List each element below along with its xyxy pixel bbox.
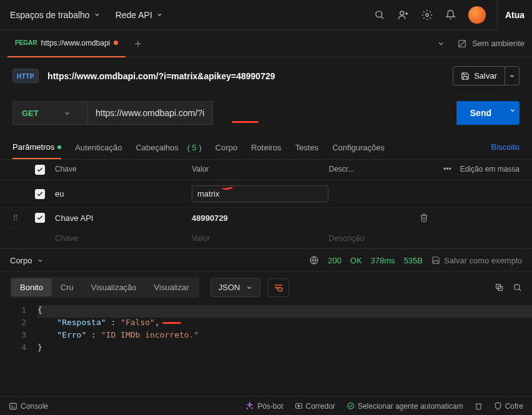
chevron-down-icon [94, 11, 101, 18]
wrap-icon [273, 283, 283, 292]
param-desc-input[interactable] [328, 189, 420, 198]
tab-body[interactable]: Corpo [215, 136, 237, 159]
param-desc-input[interactable] [328, 233, 420, 243]
svg-point-2 [400, 11, 404, 15]
tab-actions-chevron[interactable] [435, 37, 447, 50]
invite-icon[interactable] [397, 9, 410, 21]
search-icon[interactable] [513, 283, 522, 292]
console-button[interactable]: Console [9, 402, 48, 411]
tab-scripts[interactable]: Roteiros [251, 136, 281, 159]
chevron-down-icon [64, 110, 71, 117]
column-header-key: Chave [52, 165, 192, 175]
workspaces-dropdown[interactable]: Espaços de trabalho [10, 10, 101, 20]
chevron-down-icon [156, 11, 163, 18]
auto-select-agent-button[interactable]: Selecionar agente automaticam [347, 402, 463, 411]
response-time: 378ms [371, 256, 395, 265]
cookies-link[interactable]: Biscoito [491, 136, 520, 159]
view-preview[interactable]: Visualização [82, 278, 145, 296]
vault-button[interactable]: Cofre [494, 402, 523, 411]
svg-line-1 [382, 17, 383, 19]
param-row: ⠿ [0, 208, 532, 228]
save-icon [461, 72, 470, 81]
view-visualize[interactable]: Visualizar [145, 278, 198, 296]
param-row [0, 180, 532, 208]
params-table-header: Chave Valor Descr... ••• Edição em massa [0, 160, 532, 180]
save-options-button[interactable] [505, 66, 520, 85]
environment-selector[interactable]: Sem ambiente [457, 39, 525, 49]
svg-point-14 [515, 285, 520, 290]
svg-point-19 [247, 408, 247, 408]
status-code: 200 [328, 256, 342, 265]
param-value-input[interactable] [192, 233, 328, 243]
params-indicator-icon [57, 145, 61, 149]
workspaces-label: Espaços de trabalho [10, 10, 90, 20]
tab-headers[interactable]: Cabeçalhos ( 5 ) [135, 136, 201, 159]
select-all-checkbox[interactable] [35, 165, 45, 175]
method-label: GET [22, 109, 39, 118]
format-select[interactable]: JSON [210, 278, 261, 297]
api-network-dropdown[interactable]: Rede API [116, 10, 163, 20]
param-desc-input[interactable] [328, 213, 420, 223]
trash-button[interactable] [475, 402, 483, 410]
save-icon [431, 256, 440, 265]
notifications-icon[interactable] [445, 9, 457, 21]
param-key-input[interactable] [55, 213, 192, 223]
request-title: https://www.omdbapi.com/?i=matrix&apikey… [47, 71, 275, 81]
headers-count: ( 5 ) [187, 143, 202, 152]
unsaved-dot-icon [114, 41, 118, 45]
postbot-button[interactable]: Pós-bot [245, 402, 283, 411]
wrap-lines-button[interactable] [268, 278, 289, 297]
url-row: GET Send [0, 95, 532, 136]
view-pretty[interactable]: Bonito [11, 278, 52, 296]
annotation-underline [232, 121, 259, 123]
avatar[interactable] [468, 6, 486, 24]
environment-label: Sem ambiente [472, 39, 525, 48]
method-select[interactable]: GET [12, 101, 87, 125]
delete-param-button[interactable] [420, 213, 451, 222]
runner-button[interactable]: Corredor [295, 402, 335, 411]
search-icon[interactable] [373, 9, 386, 21]
tab-settings[interactable]: Configurações [332, 136, 385, 159]
param-key-input[interactable] [55, 233, 192, 243]
copy-icon[interactable] [495, 283, 504, 292]
request-header: HTTP https://www.omdbapi.com/?i=matrix&a… [0, 57, 532, 95]
globe-icon[interactable] [309, 255, 319, 265]
column-options-button[interactable]: ••• [443, 165, 451, 173]
tab-tests[interactable]: Testes [295, 136, 319, 159]
response-bar: Corpo 200 OK 378ms 535B Salvar como exem… [0, 248, 532, 272]
tab-bar: PEGAR https://www.omdbapi Sem ambiente [0, 30, 532, 57]
new-tab-button[interactable] [133, 39, 143, 49]
url-input[interactable] [87, 101, 213, 125]
tab-params[interactable]: Parâmetros [12, 136, 61, 159]
trash-icon [475, 402, 483, 410]
status-bar: Console Pós-bot Corredor Selecionar agen… [0, 396, 532, 415]
response-tab-select[interactable]: Corpo [10, 256, 44, 265]
save-button[interactable]: Salvar [453, 66, 505, 85]
param-key-input[interactable] [55, 189, 192, 198]
svg-line-15 [519, 289, 521, 291]
no-environment-icon [457, 39, 467, 49]
send-button[interactable]: Send [456, 101, 505, 125]
view-raw[interactable]: Cru [52, 278, 82, 296]
drag-handle-icon[interactable]: ⠿ [12, 213, 19, 223]
chevron-down-icon [509, 73, 515, 79]
param-checkbox[interactable] [35, 213, 45, 223]
svg-point-0 [376, 11, 382, 17]
svg-rect-16 [10, 403, 17, 409]
svg-marker-21 [298, 405, 300, 407]
tab-auth[interactable]: Autenticação [75, 136, 122, 159]
save-example-button[interactable]: Salvar como exemplo [431, 256, 522, 265]
param-value-input[interactable] [192, 213, 328, 223]
bulk-edit-button[interactable]: Edição em massa [460, 165, 520, 175]
param-checkbox[interactable] [35, 189, 45, 199]
request-tab[interactable]: PEGAR https://www.omdbapi [7, 30, 126, 57]
chevron-down-icon [246, 285, 252, 291]
top-bar: Espaços de trabalho Rede API Atua [0, 0, 532, 30]
shield-icon [494, 402, 502, 410]
response-body[interactable]: 1{ 2 "Resposta" : "Falso", 3 "Erro" : "I… [0, 303, 532, 365]
param-value-input[interactable] [197, 189, 323, 198]
settings-icon[interactable] [421, 9, 433, 21]
send-options-button[interactable] [505, 101, 520, 125]
column-header-desc: Descr... [328, 165, 420, 175]
upgrade-button[interactable]: Atua [497, 0, 532, 30]
